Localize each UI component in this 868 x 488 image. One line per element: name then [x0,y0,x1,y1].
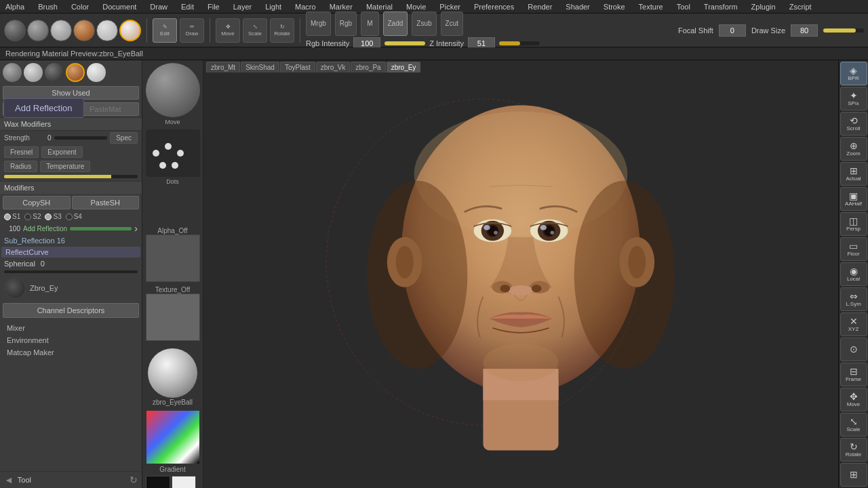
xyz-button[interactable]: ✕ XYZ [840,312,867,336]
toy-plast-btn[interactable] [96,20,118,41]
spherical-slider[interactable] [4,270,138,273]
move-btn[interactable]: ✥ Move [216,18,240,43]
zadd-btn[interactable]: Zadd [383,12,408,36]
zbro-ey-btn[interactable] [119,20,141,41]
sphere-3-btn[interactable] [50,20,72,41]
mixer-button[interactable]: Mixer [3,322,139,334]
rgb-btn[interactable]: Rgb [335,12,357,36]
menu-layer[interactable]: Layer [231,3,255,11]
menu-alpha[interactable]: Alpha [3,3,27,11]
menu-tool[interactable]: Tool [674,3,693,11]
s4-radio[interactable]: S4 [66,213,82,220]
matcap-maker-button[interactable]: Matcap Maker [3,346,139,359]
zcut-btn[interactable]: Zcut [441,12,463,36]
strength-slider[interactable] [54,136,108,140]
menu-transform[interactable]: Transform [701,3,741,11]
scale-right-button[interactable]: ⤡ Scale [840,413,867,436]
add-reflection-arrow[interactable]: › [134,223,138,234]
sym-button[interactable]: ⊙ [840,338,867,361]
z-intensity-slider[interactable] [499,41,540,45]
floor-button[interactable]: ▭ Floor [840,237,867,261]
menu-document[interactable]: Document [100,3,139,11]
s1-radio[interactable]: S1 [4,213,20,220]
menu-material[interactable]: Material [363,3,395,11]
skin-shad-btn[interactable] [73,20,95,41]
actual-button[interactable]: ⊞ Actual [840,162,867,186]
sphere-1-btn[interactable] [4,20,26,41]
m-btn[interactable]: M [361,12,378,36]
grid-button[interactable]: ⊞ [840,463,867,487]
menu-light[interactable]: Light [262,3,284,11]
mat-tab-toy-plast[interactable]: ToyPlast [280,62,315,73]
menu-preferences[interactable]: Preferences [471,3,517,11]
menu-movie[interactable]: Movie [403,3,429,11]
local-button[interactable]: ◉ Local [840,262,867,286]
s2-radio[interactable]: S2 [24,213,41,220]
mat-tab-skin-shad[interactable]: SkinShad [241,62,279,73]
menu-render[interactable]: Render [525,3,555,11]
dots-preview[interactable] [146,129,200,177]
channel-desc-button[interactable]: Channel Descriptors [3,303,139,318]
spec-btn[interactable]: Spec [110,132,138,144]
copy-sh-button[interactable]: CopySH [3,196,71,209]
menu-color[interactable]: Color [68,3,92,11]
menu-picker[interactable]: Picker [437,3,463,11]
frame-button[interactable]: ⊟ Frame [840,363,867,386]
gradient-box[interactable] [146,410,200,464]
menu-edit[interactable]: Edit [178,3,197,11]
menu-file[interactable]: File [205,3,222,11]
move-sphere[interactable] [146,63,200,117]
menu-macro[interactable]: Macro [292,3,319,11]
draw-size-input[interactable] [791,24,818,37]
alpha-box[interactable] [146,235,200,282]
environment-button[interactable]: Environment [3,334,139,346]
move-right-button[interactable]: ✥ Move [840,388,867,411]
menu-draw[interactable]: Draw [147,3,170,11]
reflect-curve-row[interactable]: ReflectCurve [1,247,140,258]
spix-button[interactable]: ✦ SPix [840,87,867,110]
bpr-button[interactable]: ◈ BPR [840,62,867,85]
draw-size-slider[interactable] [823,28,864,33]
mat-tab-zbro-mt[interactable]: zbro_Mt [206,62,240,73]
menu-zscript[interactable]: Zscript [787,3,814,11]
tool-arrow-icon[interactable]: ◄ [4,474,14,485]
matcap-ball-5[interactable] [87,63,106,82]
persp-button[interactable]: ◫ Persp [840,212,867,236]
matcap-ball-4[interactable] [66,63,85,82]
exponent-btn[interactable]: Exponent [41,146,82,158]
menu-texture[interactable]: Texture [636,3,666,11]
texture-box[interactable] [146,293,200,341]
mat-tab-zbro-pa[interactable]: zbro_Pa [351,62,385,73]
menu-marker[interactable]: Marker [327,3,355,11]
switch-color-btn[interactable] [146,476,200,488]
menu-shader[interactable]: Shader [563,3,592,11]
menu-stroke[interactable]: Stroke [601,3,628,11]
matcap-ball-1[interactable] [3,63,22,82]
draw-btn[interactable]: ✏ Draw [180,18,204,43]
mat-tab-zbro-vk[interactable]: zbro_Vk [316,62,351,73]
rotate-btn[interactable]: ↻ Rotate [270,18,294,43]
menu-zplugin[interactable]: Zplugin [749,3,778,11]
temperature-btn[interactable]: Temperature [40,161,90,172]
show-used-button[interactable]: Show Used [3,86,139,100]
add-reflection-slider[interactable] [70,227,132,230]
sub-reflection-row[interactable]: Sub_Reflection 16 [0,235,142,246]
focal-input[interactable] [719,24,746,37]
edit-btn[interactable]: ✎ Edit [153,18,177,43]
aahalf-button[interactable]: ▣ AAHalf [840,187,867,211]
paste-sh-button[interactable]: PasteSH [72,196,140,209]
mrgb-btn[interactable]: Mrgb [306,12,331,36]
matcap-ball-3[interactable] [45,63,64,82]
menu-brush[interactable]: Brush [35,3,60,11]
fresnel-btn[interactable]: Fresnel [4,146,39,158]
matcap-large-ball[interactable] [147,348,198,399]
s3-radio[interactable]: S3 [45,213,61,220]
rotate-right-button[interactable]: ↻ Rotate [840,438,867,462]
rgb-intensity-slider[interactable] [384,41,425,45]
scale-btn[interactable]: ⤡ Scale [243,18,267,43]
canvas-area[interactable]: zbro_Mt SkinShad ToyPlast zbro_Vk zbro_P… [203,60,838,488]
zoom-button[interactable]: ⊕ Zoom [840,137,867,161]
zsub-btn[interactable]: Zsub [412,12,436,36]
wax-slider-bar[interactable] [4,175,138,178]
mat-tab-zbro-ey[interactable]: zbro_Ey [387,62,421,73]
